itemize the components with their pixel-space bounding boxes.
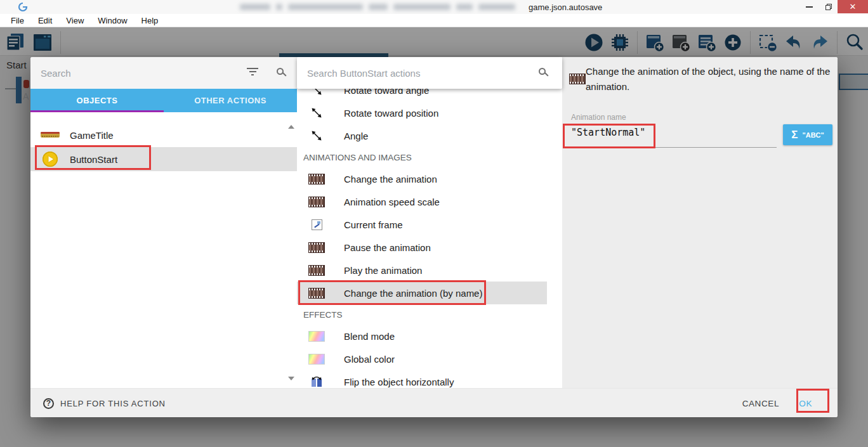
action-group-header: EFFECTS	[297, 304, 562, 325]
object-row-gametitle[interactable]: GameTitle	[30, 123, 297, 147]
blend-icon	[307, 354, 326, 365]
objects-list: GameTitleButtonStart	[30, 112, 297, 388]
film-icon	[307, 265, 326, 276]
animation-name-field[interactable]: "StartNormal"	[571, 127, 645, 138]
film-icon	[307, 288, 326, 299]
close-button[interactable]: ✕	[838, 0, 868, 13]
action-row[interactable]: Pause the animation	[297, 236, 547, 259]
filter-icon[interactable]	[246, 68, 259, 78]
menu-bar: FileEditViewWindowHelp	[0, 14, 868, 27]
film-icon	[307, 174, 326, 185]
film-icon	[307, 242, 326, 253]
film-icon	[569, 74, 586, 84]
help-icon: ?	[43, 398, 54, 409]
minimize-button[interactable]	[799, 0, 819, 13]
scroll-down-arrow[interactable]	[288, 377, 294, 380]
objects-search-input[interactable]: Search	[30, 57, 297, 89]
film-icon	[307, 197, 326, 207]
search-icon	[539, 68, 546, 75]
buttonstart-thumbnail	[30, 151, 70, 167]
rotate-icon	[307, 129, 326, 142]
scroll-up-arrow[interactable]	[288, 125, 294, 129]
gametitle-thumbnail	[30, 129, 70, 141]
objects-panel: Search OBJECTSOTHER ACTIONS GameTitleBut…	[30, 57, 297, 388]
dialog-footer: ? HELP FOR THIS ACTION CANCEL OK	[30, 388, 838, 417]
object-row-buttonstart[interactable]: ButtonStart	[30, 147, 297, 171]
actions-search-placeholder: Search ButtonStart actions	[307, 68, 420, 79]
field-underline	[571, 147, 777, 148]
search-icon	[277, 68, 284, 75]
objects-search-placeholder: Search	[41, 68, 71, 79]
action-row[interactable]: Change the animation (by name)	[297, 282, 547, 304]
action-group-header: ANIMATIONS AND IMAGES	[297, 147, 562, 167]
sigma-icon: Σ	[791, 129, 798, 141]
action-row[interactable]: Rotate toward position	[297, 101, 547, 124]
window-title: game.json.autosave	[529, 3, 602, 12]
menu-help[interactable]: Help	[135, 16, 166, 25]
cancel-button[interactable]: CANCEL	[737, 394, 784, 413]
parameters-panel: Change the animation of the object, usin…	[562, 57, 838, 388]
action-row[interactable]: Play the animation	[297, 259, 547, 282]
action-description: Change the animation of the object, usin…	[586, 64, 838, 94]
action-row[interactable]: Angle	[297, 124, 547, 147]
rotate-icon	[307, 107, 326, 119]
objects-tabs: OBJECTSOTHER ACTIONS	[30, 89, 297, 112]
action-row[interactable]: Blend mode	[297, 325, 547, 347]
action-row[interactable]: Flip the object horizontally	[297, 370, 547, 388]
action-row[interactable]: Animation speed scale	[297, 190, 547, 213]
gdevelop-logo-icon	[18, 2, 28, 15]
menu-edit[interactable]: Edit	[31, 16, 59, 25]
expression-editor-button[interactable]: Σ "ABC"	[783, 124, 832, 145]
menu-window[interactable]: Window	[91, 16, 134, 25]
blend-icon	[307, 331, 326, 342]
help-button[interactable]: ? HELP FOR THIS ACTION	[43, 389, 166, 418]
action-row[interactable]: Current frame	[297, 213, 547, 236]
animation-name-label: Animation name	[571, 113, 626, 122]
action-row[interactable]: Global color	[297, 347, 547, 370]
frame-icon	[307, 219, 326, 230]
menu-file[interactable]: File	[4, 16, 31, 25]
actions-list: Rotate toward angleRotate toward positio…	[297, 79, 562, 388]
actions-panel: Rotate toward angleRotate toward positio…	[297, 57, 562, 388]
tab-other-actions[interactable]: OTHER ACTIONS	[164, 89, 297, 112]
restore-button[interactable]	[820, 0, 838, 13]
actions-search-input[interactable]: Search ButtonStart actions	[297, 57, 562, 89]
menu-view[interactable]: View	[59, 16, 91, 25]
title-bar: game.json.autosave ✕	[0, 0, 868, 14]
action-editor-dialog: Search OBJECTSOTHER ACTIONS GameTitleBut…	[30, 57, 838, 417]
action-row[interactable]: Change the animation	[297, 167, 547, 190]
gdevelop-window: { "titlebar": { "title": "game.json.auto…	[0, 0, 868, 447]
tab-objects[interactable]: OBJECTS	[30, 89, 164, 112]
flip-icon	[307, 375, 326, 388]
ok-button[interactable]: OK	[794, 394, 817, 413]
redacted-title-segment	[240, 4, 515, 10]
